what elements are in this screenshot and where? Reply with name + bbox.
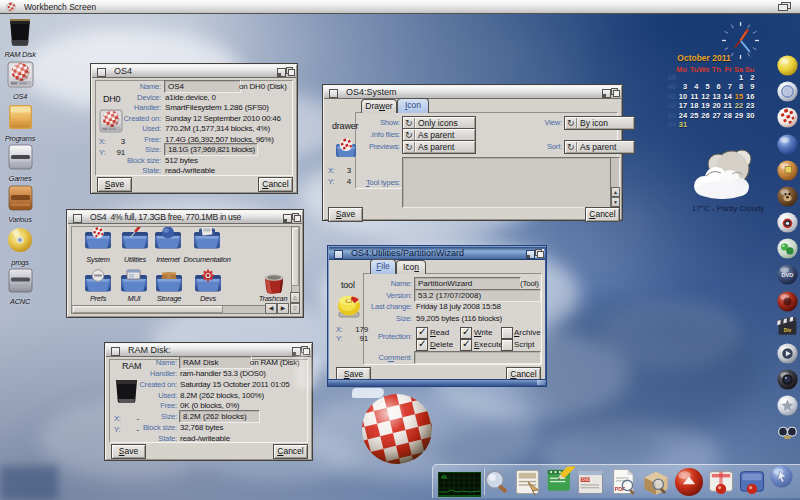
svg-text:4%: 4%: [441, 475, 447, 481]
svg-text:DVD: DVD: [782, 272, 794, 278]
svg-text:Div: Div: [784, 327, 792, 332]
svg-text:DVD: DVD: [582, 477, 591, 482]
